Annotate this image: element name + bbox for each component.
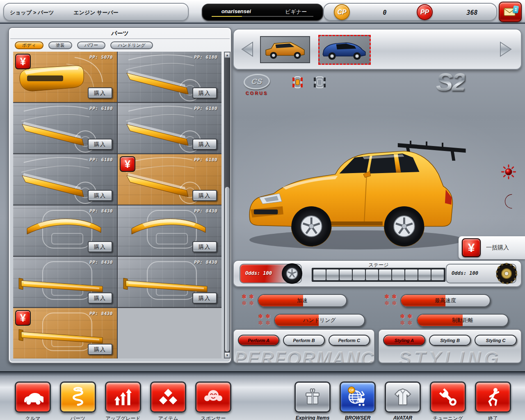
bulk-buy-strip: ¥ 一括購入 — [459, 236, 525, 259]
car-thumbnail-orange-suv[interactable] — [260, 36, 310, 63]
perform-b-button[interactable]: Perform B — [283, 335, 324, 346]
bulk-buy-button[interactable]: ¥ — [462, 238, 481, 257]
part-item[interactable]: ¥ PP: 5070 購入 — [13, 52, 117, 102]
nav-item-sponsor: スポンサー — [195, 381, 231, 413]
nav-label-browser: BROWSER — [333, 415, 382, 420]
nav-item-upgrade: アップグレード — [105, 381, 141, 413]
buy-button[interactable]: 購入 — [192, 139, 217, 150]
tuning-button[interactable] — [430, 381, 466, 413]
parts-tab-label: 塗装 — [56, 42, 65, 48]
carousel-prev-button[interactable] — [240, 41, 254, 57]
parts-grid: ¥ PP: 5070 購入 — [13, 52, 221, 358]
buy-button[interactable]: 購入 — [192, 190, 217, 201]
part-price: PP: 6180 — [194, 55, 217, 60]
acceleration-paw-rating: ✽✽✽✽ — [240, 294, 255, 307]
perform-c-button[interactable]: Perform C — [329, 335, 370, 346]
sponsor-button[interactable] — [195, 381, 231, 413]
car-thumbnail-blue-hatch-selected[interactable] — [318, 35, 371, 65]
part-item[interactable]: ¥ PP: 6180 購入 — [118, 154, 221, 205]
part-item[interactable]: ¥ PP: 8430 購入 — [13, 257, 117, 307]
parts-tab[interactable]: ハンドリング — [110, 41, 153, 49]
mail-count-badge: 1 — [513, 5, 519, 14]
styling-b-button[interactable]: Styling B — [429, 335, 471, 346]
performance-watermark: PERFORMANCE — [234, 347, 374, 363]
expiring-items-button[interactable] — [294, 381, 331, 413]
sun-day-icon[interactable] — [501, 164, 516, 180]
globe-cart-icon: CP — [347, 386, 368, 408]
avatar-button[interactable] — [385, 381, 421, 413]
brand-initials: CS — [251, 77, 262, 86]
parts-button-active[interactable] — [60, 381, 96, 413]
buy-button[interactable]: 購入 — [88, 190, 112, 201]
odds-left-value: Odds: 100 — [245, 270, 272, 276]
rear-wheel — [384, 206, 425, 247]
part-price: PP: 6180 — [89, 157, 113, 162]
buy-button[interactable]: 購入 — [192, 87, 217, 98]
chassis-view-toggle-icon[interactable] — [288, 75, 307, 89]
upgrade-button[interactable] — [105, 381, 141, 413]
cars-button[interactable] — [15, 381, 51, 413]
part-item[interactable]: ¥ PP: 6180 購入 — [13, 103, 117, 153]
topspeed-paw-rating: ✽✽✽✽ — [383, 294, 398, 307]
parts-tab[interactable]: パワー — [77, 41, 106, 49]
part-item[interactable]: ¥ PP: 6180 購入 — [118, 52, 221, 102]
part-item[interactable]: ¥ PP: 8430 購入 — [13, 205, 117, 256]
nav-label-tuning: チューニング — [423, 415, 472, 420]
buy-button[interactable]: 購入 — [192, 292, 217, 304]
buy-button[interactable]: 購入 — [88, 292, 112, 304]
browser-button[interactable]: CP — [340, 381, 376, 413]
buy-button[interactable]: 購入 — [88, 241, 112, 252]
diamonds-icon — [158, 386, 179, 408]
nav-label-upgrade: アップグレード — [98, 415, 148, 420]
parts-tab[interactable]: ボディ — [15, 41, 43, 49]
moon-night-icon[interactable] — [502, 194, 517, 209]
part-price: PP: 6180 — [89, 106, 113, 111]
exit-button[interactable] — [475, 381, 511, 413]
nav-item-exit: 終了 — [475, 381, 511, 413]
styling-a-button[interactable]: Styling A — [383, 335, 425, 346]
wallet-bar: CP 0 PP 368 — [323, 3, 497, 21]
runner-icon — [482, 386, 504, 408]
perform-a-button[interactable]: Perform A — [238, 335, 279, 346]
part-item[interactable]: ¥ PP: 8430 購入 — [118, 257, 221, 307]
buy-button[interactable]: 購入 — [88, 87, 112, 98]
part-item[interactable]: ¥ PP: 6180 購入 — [118, 103, 221, 153]
items-button[interactable] — [150, 381, 186, 413]
pp-value: 368 — [454, 9, 491, 16]
stat-bar-topspeed: 最高速度 — [400, 294, 491, 307]
scroll-down-button[interactable]: ▼ — [224, 352, 230, 358]
part-price: PP: 5070 — [89, 55, 113, 60]
carousel-next-button[interactable] — [499, 41, 513, 57]
player-plate: onarisensei ビギナー — [202, 4, 323, 21]
gift-icon — [302, 386, 323, 408]
player-rank: ビギナー — [270, 8, 322, 16]
parts-scrollbar[interactable]: ▲ ▼ — [224, 52, 231, 358]
part-item[interactable]: ¥ PP: 8430 購入 — [118, 205, 221, 256]
parts-tab[interactable]: 塗装 — [48, 41, 72, 49]
nav-label-parts: パーツ — [53, 415, 103, 420]
parts-tab-label: パワー — [84, 42, 98, 48]
styling-c-button[interactable]: Styling C — [475, 335, 517, 346]
scrollbar-thumb[interactable] — [225, 187, 230, 352]
body-view-toggle-icon[interactable] — [310, 75, 329, 89]
parts-tabs: ボディ 塗装 パワー ハンドリング — [15, 41, 153, 49]
street-tire-icon — [281, 263, 303, 284]
buy-button[interactable]: 購入 — [192, 241, 217, 252]
part-price: PP: 8430 — [194, 208, 217, 214]
scroll-up-button[interactable]: ▲ — [224, 52, 230, 58]
nav-label-cars: クルマ — [8, 415, 57, 420]
nav-item-parts: パーツ — [60, 381, 96, 413]
stage-panel: ステージ Odds: 100 Odds: 100 — [233, 260, 522, 287]
buy-button[interactable]: 購入 — [88, 139, 112, 150]
bottom-nav-bar: クルマ パーツ アップグレード — [0, 371, 525, 420]
brand-logo: CS CORUS — [240, 74, 274, 96]
nav-label-sponsor: スポンサー — [189, 415, 238, 420]
stat-label: 加速 — [258, 295, 346, 306]
performance-panel: Perform A Perform B Perform C PERFORMANC… — [233, 329, 375, 363]
mail-button[interactable]: 1 — [499, 2, 522, 22]
buy-button[interactable]: 購入 — [88, 344, 112, 355]
wrench-icon — [437, 386, 459, 408]
stage-segment — [366, 269, 378, 280]
part-item[interactable]: ¥ PP: 6180 購入 — [13, 154, 117, 205]
part-item[interactable]: ¥ PP: 8430 購入 — [13, 308, 117, 358]
